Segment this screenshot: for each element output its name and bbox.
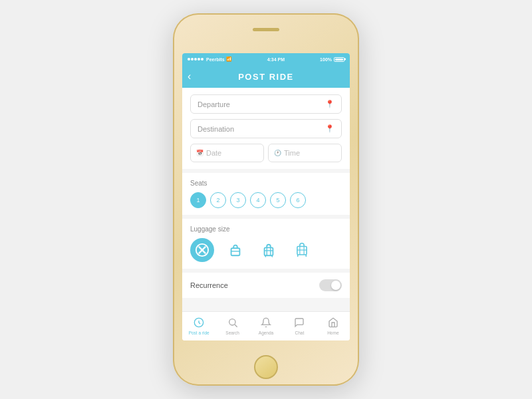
status-right: 100% bbox=[320, 57, 344, 62]
luggage-medium-button[interactable] bbox=[257, 238, 281, 262]
signal-dot-3 bbox=[194, 58, 197, 61]
medium-suitcase-icon bbox=[261, 243, 276, 257]
svg-line-9 bbox=[265, 255, 266, 257]
luggage-large-button[interactable] bbox=[290, 238, 314, 262]
nav-item-search[interactable]: Search bbox=[215, 312, 249, 340]
luggage-none-button[interactable] bbox=[190, 238, 214, 262]
signal-dot-5 bbox=[201, 58, 203, 61]
time-placeholder: Time bbox=[284, 149, 300, 157]
carrier-name: Peerbits bbox=[206, 57, 225, 62]
status-bar: Peerbits 📶 4:34 PM 100% bbox=[182, 53, 350, 65]
battery-fill bbox=[335, 59, 343, 61]
back-button[interactable]: ‹ bbox=[188, 70, 191, 82]
form-section: Departure 📍 Destination 📍 📅 Date 🕐 Time bbox=[182, 88, 350, 169]
toggle-knob bbox=[331, 281, 340, 290]
nav-label-search: Search bbox=[225, 331, 239, 335]
nav-label-home: Home bbox=[327, 331, 338, 335]
location-pin-icon: 📍 bbox=[325, 124, 334, 133]
date-field[interactable]: 📅 Date bbox=[190, 144, 264, 162]
date-placeholder: Date bbox=[206, 149, 221, 157]
recurrence-toggle[interactable] bbox=[319, 279, 342, 291]
large-suitcase-icon bbox=[295, 243, 309, 257]
time-field[interactable]: 🕐 Time bbox=[268, 144, 342, 162]
seat-button-5[interactable]: 5 bbox=[270, 192, 286, 208]
nav-item-agenda[interactable]: Agenda bbox=[249, 312, 283, 340]
destination-placeholder: Destination bbox=[198, 125, 234, 133]
recurrence-label: Recurrence bbox=[190, 281, 228, 289]
svg-rect-11 bbox=[297, 247, 307, 255]
nav-label-agenda: Agenda bbox=[259, 331, 273, 335]
seats-section: Seats 1 2 3 4 5 6 bbox=[182, 173, 350, 215]
seat-button-2[interactable]: 2 bbox=[210, 192, 226, 208]
clock-icon: 🕐 bbox=[274, 150, 281, 156]
battery-percent: 100% bbox=[320, 57, 332, 62]
nav-label-chat: Chat bbox=[295, 331, 305, 335]
departure-field[interactable]: Departure 📍 bbox=[190, 94, 342, 114]
destination-field[interactable]: Destination 📍 bbox=[190, 119, 342, 138]
date-time-row: 📅 Date 🕐 Time bbox=[190, 144, 342, 162]
departure-placeholder: Departure bbox=[198, 100, 230, 108]
home-button[interactable] bbox=[254, 355, 278, 379]
seats-label: Seats bbox=[190, 180, 342, 187]
home-icon bbox=[328, 317, 338, 330]
luggage-large-icon-wrap bbox=[290, 238, 314, 262]
luggage-section: Luggage size bbox=[182, 219, 350, 269]
page-title: POST RIDE bbox=[238, 72, 294, 82]
wifi-icon: 📶 bbox=[226, 57, 232, 62]
phone-speaker bbox=[253, 28, 279, 31]
content-area: Departure 📍 Destination 📍 📅 Date 🕐 Time bbox=[182, 88, 350, 311]
signal-dot-1 bbox=[188, 58, 190, 61]
svg-rect-5 bbox=[265, 247, 273, 255]
svg-rect-3 bbox=[231, 248, 240, 255]
svg-line-19 bbox=[235, 325, 237, 327]
signal-dot-2 bbox=[191, 58, 194, 61]
phone-screen: Peerbits 📶 4:34 PM 100% ‹ POST RIDE Depa… bbox=[182, 53, 350, 340]
nav-item-post-a-ride[interactable]: Post a ride bbox=[182, 312, 215, 340]
luggage-small-icon-wrap bbox=[223, 238, 247, 262]
status-time: 4:34 PM bbox=[267, 57, 285, 62]
nav-item-chat[interactable]: Chat bbox=[283, 312, 316, 340]
nav-label-post-a-ride: Post a ride bbox=[189, 331, 209, 335]
luggage-small-button[interactable] bbox=[223, 238, 247, 262]
phone-device: Peerbits 📶 4:34 PM 100% ‹ POST RIDE Depa… bbox=[173, 13, 359, 386]
seat-button-3[interactable]: 3 bbox=[230, 192, 246, 208]
battery-icon bbox=[334, 57, 344, 62]
luggage-label: Luggage size bbox=[190, 225, 342, 233]
luggage-none-icon-wrap bbox=[190, 238, 214, 262]
luggage-row bbox=[190, 238, 342, 262]
seat-button-4[interactable]: 4 bbox=[250, 192, 266, 208]
location-pin-filled-icon: 📍 bbox=[325, 100, 334, 108]
recurrence-section: Recurrence bbox=[182, 273, 350, 298]
search-icon bbox=[227, 317, 238, 330]
chat-icon bbox=[294, 317, 305, 330]
bottom-navigation: Post a ride Search Agend bbox=[182, 311, 350, 340]
luggage-medium-icon-wrap bbox=[257, 238, 281, 262]
seat-button-1[interactable]: 1 bbox=[190, 192, 206, 208]
status-left: Peerbits 📶 bbox=[188, 57, 232, 62]
post-ride-icon bbox=[194, 317, 204, 330]
signal-dots bbox=[188, 58, 203, 61]
signal-dot-4 bbox=[198, 58, 200, 61]
nav-item-home[interactable]: Home bbox=[317, 312, 350, 340]
header: ‹ POST RIDE bbox=[182, 65, 350, 88]
seats-row: 1 2 3 4 5 6 bbox=[190, 192, 342, 208]
agenda-icon bbox=[261, 317, 271, 330]
x-icon bbox=[195, 243, 209, 257]
seat-button-6[interactable]: 6 bbox=[290, 192, 306, 208]
small-bag-icon bbox=[228, 243, 243, 257]
svg-point-18 bbox=[229, 319, 235, 325]
calendar-icon: 📅 bbox=[196, 150, 203, 156]
svg-line-10 bbox=[272, 255, 273, 257]
